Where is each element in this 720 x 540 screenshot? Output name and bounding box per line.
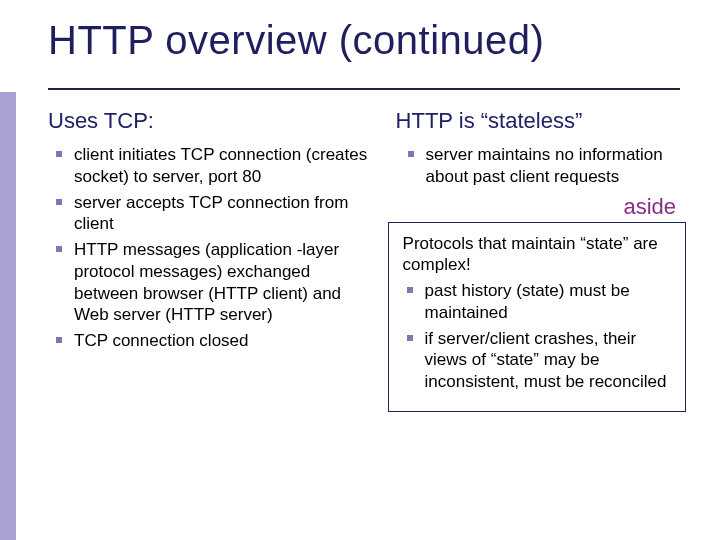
- aside-box: Protocols that maintain “state” are comp…: [388, 222, 686, 412]
- right-column: HTTP is “stateless” server maintains no …: [388, 102, 690, 520]
- aside-bullet-list: past history (state) must be maintained …: [399, 280, 675, 393]
- left-column: Uses TCP: client initiates TCP connectio…: [48, 102, 376, 520]
- slide-title: HTTP overview (continued): [48, 18, 544, 63]
- aside-label: aside: [388, 194, 690, 220]
- list-item: server maintains no information about pa…: [406, 144, 686, 188]
- right-heading: HTTP is “stateless”: [388, 108, 690, 134]
- list-item: HTTP messages (application -layer protoc…: [54, 239, 372, 326]
- slide: HTTP overview (continued) Uses TCP: clie…: [0, 0, 720, 540]
- title-rule: [48, 88, 680, 90]
- list-item: client initiates TCP connection (creates…: [54, 144, 372, 188]
- slide-body: Uses TCP: client initiates TCP connectio…: [48, 102, 690, 520]
- list-item: TCP connection closed: [54, 330, 372, 352]
- right-bullet-list: server maintains no information about pa…: [388, 144, 690, 188]
- left-heading: Uses TCP:: [48, 108, 376, 134]
- aside-lead-text: Protocols that maintain “state” are comp…: [403, 233, 675, 277]
- list-item: server accepts TCP connection from clien…: [54, 192, 372, 236]
- accent-bar: [0, 92, 16, 540]
- left-bullet-list: client initiates TCP connection (creates…: [48, 144, 376, 352]
- list-item: if server/client crashes, their views of…: [405, 328, 671, 393]
- list-item: past history (state) must be maintained: [405, 280, 671, 324]
